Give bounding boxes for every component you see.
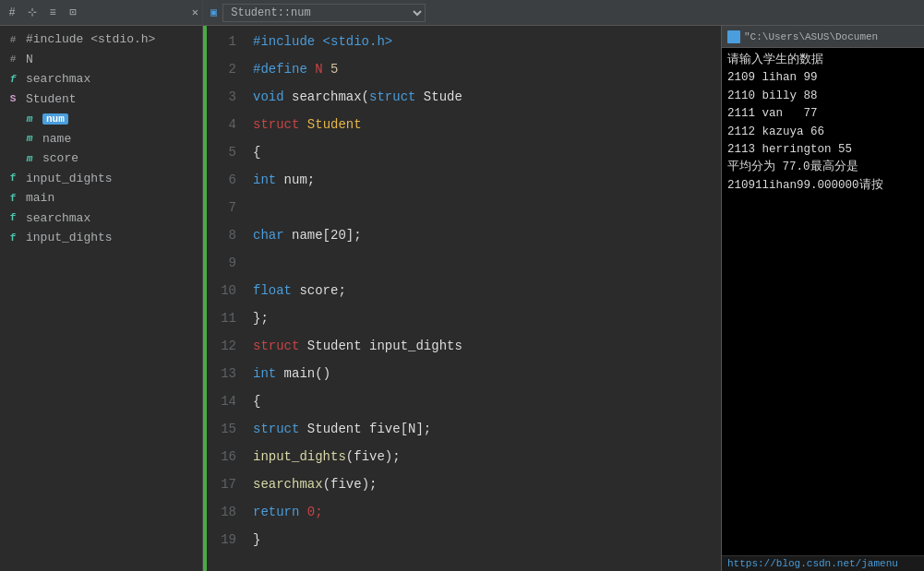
line-number: 6 — [207, 166, 236, 194]
tree-item-icon: f — [4, 171, 22, 186]
tree-item[interactable]: finput_dights — [0, 169, 202, 189]
tree-item[interactable]: fsearchmax — [0, 69, 202, 89]
line-number: 16 — [207, 443, 236, 470]
tree-item-icon: m — [20, 112, 39, 127]
tree-item-icon: # — [4, 52, 22, 67]
tree-item-icon: m — [20, 131, 39, 147]
toolbar-icon-2[interactable]: ⊹ — [24, 5, 41, 21]
editor-header: ▣ Student::num — [203, 0, 924, 26]
console-line: 2111 van 77 — [727, 105, 918, 123]
line-numbers: 12345678910111213141516171819 — [207, 26, 244, 571]
tree-item-icon: m — [20, 151, 39, 167]
tree-item[interactable]: mnum — [0, 109, 202, 129]
line-number: 3 — [207, 83, 236, 111]
line-number: 8 — [207, 221, 236, 249]
tree-item[interactable]: finput_dights — [0, 228, 202, 248]
line-number: 12 — [207, 332, 236, 360]
tree-item-label: searchmax — [26, 209, 90, 228]
line-number: 14 — [207, 387, 236, 415]
console-footer: https://blog.csdn.net/jamenu — [722, 555, 924, 571]
tree-item-icon: # — [4, 32, 22, 48]
line-number: 17 — [207, 470, 236, 498]
tree-item-label: input_dights — [26, 170, 113, 188]
line-number: 7 — [207, 194, 236, 221]
tree-item[interactable]: fsearchmax — [0, 208, 202, 229]
tree-item-label: input_dights — [26, 229, 113, 247]
tree-item-label: Student — [26, 90, 77, 109]
console-title-icon — [727, 30, 740, 43]
tree-item-icon: f — [4, 72, 22, 88]
line-number: 4 — [207, 111, 236, 138]
line-number: 1 — [207, 28, 236, 55]
tree-item-icon: f — [4, 210, 22, 226]
line-number: 18 — [207, 498, 236, 526]
tree-item[interactable]: mname — [0, 129, 202, 149]
line-number: 15 — [207, 415, 236, 443]
tree-item-icon: f — [4, 191, 22, 207]
editor-content: 12345678910111213141516171819 #include <… — [203, 26, 924, 571]
console-line: 2109 lihan 99 — [727, 69, 918, 87]
file-icon: ▣ — [210, 6, 217, 19]
main-editor-area: ▣ Student::num 1234567891011121314151617… — [203, 0, 924, 571]
console-titlebar: "C:\Users\ASUS\Documen — [722, 26, 924, 48]
console-line: 21091lihan99.000000请按 — [727, 177, 918, 195]
console-window: "C:\Users\ASUS\Documen 请输入学生的数据2109 liha… — [721, 26, 924, 571]
tree-item-label: #include <stdio.h> — [26, 30, 155, 49]
line-number: 9 — [207, 249, 236, 277]
console-line: 2112 kazuya 66 — [727, 124, 918, 141]
close-button[interactable]: ✕ — [192, 6, 198, 19]
tree-item[interactable]: mscore — [0, 149, 202, 169]
tree-item[interactable]: #N — [0, 50, 202, 70]
tree-item-label: score — [42, 149, 78, 168]
line-number: 11 — [207, 304, 236, 332]
line-number: 19 — [207, 526, 236, 553]
left-panel: # ⊹ ≡ ⊡ ✕ ##include <stdio.h>#Nfsearchma… — [0, 0, 203, 571]
tree-item-icon: S — [4, 91, 22, 107]
console-body: 请输入学生的数据2109 lihan 992110 billy 882111 v… — [722, 48, 924, 555]
console-line: 请输入学生的数据 — [727, 52, 918, 69]
toolbar-icon-4[interactable]: ⊡ — [65, 5, 81, 21]
line-number: 2 — [207, 55, 236, 83]
tree-item-icon: f — [4, 231, 22, 246]
tree-item-label: name — [42, 130, 71, 149]
symbol-tree: ##include <stdio.h>#NfsearchmaxSStudentm… — [0, 26, 202, 571]
tree-item[interactable]: fmain — [0, 188, 202, 208]
toolbar: # ⊹ ≡ ⊡ ✕ — [0, 0, 202, 26]
tree-item-label: searchmax — [26, 70, 90, 89]
console-line: 2113 herrington 55 — [727, 141, 918, 159]
console-line: 2110 billy 88 — [727, 88, 918, 105]
toolbar-icon-3[interactable]: ≡ — [44, 5, 61, 21]
tree-item[interactable]: SStudent — [0, 89, 202, 110]
console-title-text: "C:\Users\ASUS\Documen — [744, 31, 878, 42]
line-number: 10 — [207, 277, 236, 304]
tree-item-label: N — [26, 51, 33, 69]
tree-item[interactable]: ##include <stdio.h> — [0, 30, 202, 50]
line-number: 13 — [207, 360, 236, 387]
method-selector[interactable]: Student::num — [222, 4, 426, 22]
toolbar-icon-1[interactable]: # — [4, 5, 20, 21]
line-number: 5 — [207, 138, 236, 166]
console-line: 平均分为 77.0最高分是 — [727, 159, 918, 176]
tree-item-label: main — [26, 189, 54, 208]
tree-item-label: num — [42, 110, 68, 128]
